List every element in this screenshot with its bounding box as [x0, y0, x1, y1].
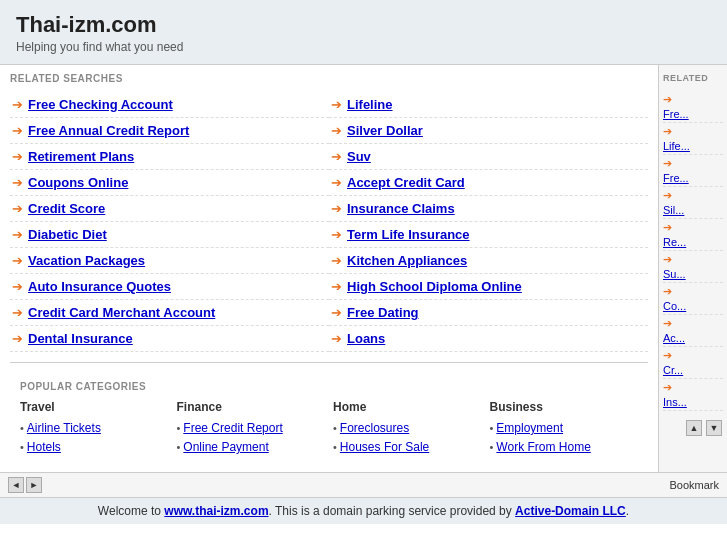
- category-title: Finance: [177, 400, 326, 414]
- category-link[interactable]: Online Payment: [183, 440, 268, 454]
- nav-right-button[interactable]: ►: [26, 477, 42, 493]
- arrow-icon: ➔: [12, 97, 23, 112]
- category-link[interactable]: Houses For Sale: [340, 440, 429, 454]
- sidebar-arrow-icon: ➔: [663, 221, 672, 233]
- category-finance: Finance Free Credit Report Online Paymen…: [177, 400, 326, 456]
- category-link[interactable]: Free Credit Report: [183, 421, 282, 435]
- footer-text-after: . This is a domain parking service provi…: [269, 504, 516, 518]
- list-item: ➔Vacation Packages: [10, 248, 329, 274]
- list-item: ➔Lifeline: [329, 92, 648, 118]
- list-item: ➔Credit Score: [10, 196, 329, 222]
- search-link[interactable]: High School Diploma Online: [347, 279, 522, 294]
- scroll-controls: ▲ ▼: [663, 419, 723, 441]
- arrow-icon: ➔: [331, 253, 342, 268]
- category-links: Foreclosures Houses For Sale: [333, 418, 482, 456]
- sidebar-label: RELATED: [663, 73, 723, 83]
- category-links: Free Credit Report Online Payment: [177, 418, 326, 456]
- search-link[interactable]: Dental Insurance: [28, 331, 133, 346]
- sidebar-link[interactable]: Sil...: [663, 202, 723, 219]
- search-link[interactable]: Accept Credit Card: [347, 175, 465, 190]
- list-item: ➔Free Annual Credit Report: [10, 118, 329, 144]
- list-item: ➔Term Life Insurance: [329, 222, 648, 248]
- category-link[interactable]: Employment: [496, 421, 563, 435]
- list-item: Foreclosures: [333, 418, 482, 437]
- category-link[interactable]: Foreclosures: [340, 421, 409, 435]
- sidebar-link[interactable]: Ins...: [663, 394, 723, 411]
- sidebar-arrow-icon: ➔: [663, 93, 672, 105]
- list-item: ➔Free Checking Account: [10, 92, 329, 118]
- list-item: ➔Dental Insurance: [10, 326, 329, 352]
- arrow-icon: ➔: [12, 305, 23, 320]
- scroll-up-button[interactable]: ▲: [686, 420, 702, 436]
- sidebar-link[interactable]: Ac...: [663, 330, 723, 347]
- page-header: Thai-izm.com Helping you find what you n…: [0, 0, 727, 65]
- search-link[interactable]: Coupons Online: [28, 175, 128, 190]
- search-link[interactable]: Vacation Packages: [28, 253, 145, 268]
- sidebar-link[interactable]: Cr...: [663, 362, 723, 379]
- search-link[interactable]: Loans: [347, 331, 385, 346]
- popular-categories-label: POPULAR CATEGORIES: [20, 381, 638, 392]
- search-link[interactable]: Credit Score: [28, 201, 105, 216]
- category-links: Airline Tickets Hotels: [20, 418, 169, 456]
- sidebar-link[interactable]: Life...: [663, 138, 723, 155]
- arrow-icon: ➔: [12, 331, 23, 346]
- arrow-icon: ➔: [331, 123, 342, 138]
- category-title: Travel: [20, 400, 169, 414]
- scroll-down-button[interactable]: ▼: [706, 420, 722, 436]
- search-link[interactable]: Insurance Claims: [347, 201, 455, 216]
- provider-link[interactable]: Active-Domain LLC: [515, 504, 626, 518]
- category-home: Home Foreclosures Houses For Sale: [333, 400, 482, 456]
- arrow-icon: ➔: [12, 227, 23, 242]
- arrow-icon: ➔: [331, 305, 342, 320]
- list-item: ➔Loans: [329, 326, 648, 352]
- list-item: ➔Auto Insurance Quotes: [10, 274, 329, 300]
- search-link[interactable]: Credit Card Merchant Account: [28, 305, 215, 320]
- search-link[interactable]: Term Life Insurance: [347, 227, 470, 242]
- search-link[interactable]: Free Checking Account: [28, 97, 173, 112]
- category-link[interactable]: Work From Home: [496, 440, 590, 454]
- arrow-icon: ➔: [12, 253, 23, 268]
- site-title: Thai-izm.com: [16, 12, 711, 38]
- list-item: ➔Retirement Plans: [10, 144, 329, 170]
- arrow-icon: ➔: [331, 201, 342, 216]
- category-link[interactable]: Hotels: [27, 440, 61, 454]
- search-link[interactable]: Kitchen Appliances: [347, 253, 467, 268]
- search-link[interactable]: Free Annual Credit Report: [28, 123, 189, 138]
- sidebar-link[interactable]: Fre...: [663, 106, 723, 123]
- sidebar-link[interactable]: Su...: [663, 266, 723, 283]
- list-item: ➔Free Dating: [329, 300, 648, 326]
- list-item: ➔Insurance Claims: [329, 196, 648, 222]
- arrow-icon: ➔: [12, 123, 23, 138]
- arrow-icon: ➔: [12, 279, 23, 294]
- search-link[interactable]: Suv: [347, 149, 371, 164]
- list-item: ➔Kitchen Appliances: [329, 248, 648, 274]
- bottom-bar: ◄ ► Bookmark: [0, 472, 727, 497]
- category-title: Business: [490, 400, 639, 414]
- main-container: RELATED SEARCHES ➔Free Checking Account …: [0, 65, 727, 472]
- footer-text-before: Welcome to: [98, 504, 164, 518]
- sidebar-link[interactable]: Re...: [663, 234, 723, 251]
- search-link[interactable]: Auto Insurance Quotes: [28, 279, 171, 294]
- search-link[interactable]: Retirement Plans: [28, 149, 134, 164]
- sidebar-arrow-icon: ➔: [663, 125, 672, 137]
- popular-categories-section: POPULAR CATEGORIES Travel Airline Ticket…: [10, 373, 648, 464]
- sidebar-arrow-icon: ➔: [663, 285, 672, 297]
- category-link[interactable]: Airline Tickets: [27, 421, 101, 435]
- sidebar-arrow-icon: ➔: [663, 317, 672, 329]
- sidebar-link[interactable]: Co...: [663, 298, 723, 315]
- arrow-icon: ➔: [331, 331, 342, 346]
- search-link[interactable]: Lifeline: [347, 97, 393, 112]
- arrow-icon: ➔: [331, 175, 342, 190]
- categories-grid: Travel Airline Tickets Hotels Finance Fr…: [20, 400, 638, 456]
- list-item: ➔Suv: [329, 144, 648, 170]
- list-item: ➔Diabetic Diet: [10, 222, 329, 248]
- search-link[interactable]: Diabetic Diet: [28, 227, 107, 242]
- search-link[interactable]: Free Dating: [347, 305, 419, 320]
- related-searches-section: RELATED SEARCHES ➔Free Checking Account …: [10, 73, 648, 352]
- sidebar-arrow-icon: ➔: [663, 349, 672, 361]
- arrow-icon: ➔: [331, 227, 342, 242]
- nav-left-button[interactable]: ◄: [8, 477, 24, 493]
- search-link[interactable]: Silver Dollar: [347, 123, 423, 138]
- sidebar-link[interactable]: Fre...: [663, 170, 723, 187]
- site-link[interactable]: www.thai-izm.com: [164, 504, 268, 518]
